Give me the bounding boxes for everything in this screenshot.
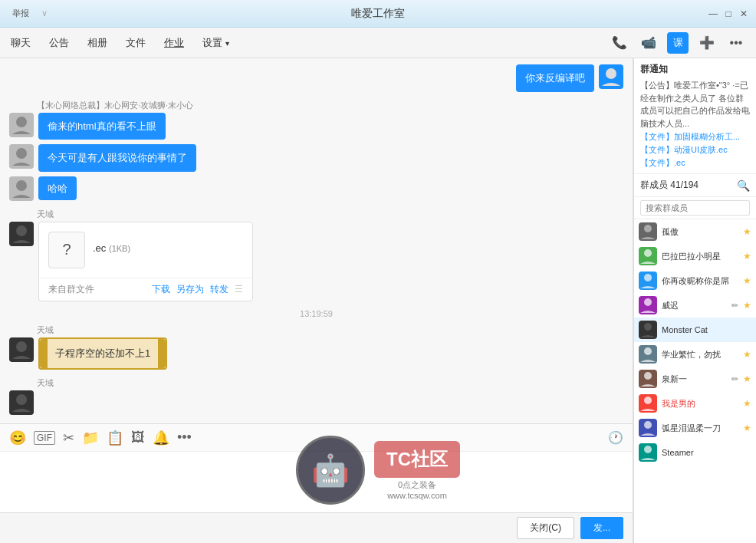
nav-chat[interactable]: 聊天 [9, 33, 32, 53]
member-item[interactable]: 孤傲 ★ [634, 219, 756, 244]
bell-icon[interactable]: 🔔 [153, 429, 169, 446]
maximize-button[interactable]: □ [722, 8, 735, 20]
scissors-icon[interactable]: ✂ [63, 429, 74, 446]
messages-container[interactable]: 你来反编译吧 【末心网络总裁】末心网安·攻城狮·末小心 偷来的html真的看不上… [0, 58, 633, 423]
member-item[interactable]: Monster Cat [634, 318, 756, 342]
scroll-right-deco [158, 339, 166, 368]
svg-point-10 [644, 298, 652, 306]
member-item[interactable]: 你再改昵称你是屌 ★ [634, 268, 756, 293]
add-icon[interactable]: ➕ [696, 32, 718, 54]
msg-row-you: 你来反编译吧 [9, 64, 623, 92]
group-file-link-1[interactable]: 【文件】加固模糊分析工... [640, 131, 750, 143]
members-list: 孤傲 ★ 巴拉巴拉小明星 ★ 你再改昵称你是屌 ★ [634, 219, 756, 543]
file-saveas-link[interactable]: 另存为 [176, 283, 204, 296]
msg-group-1: 你来反编译吧 [9, 64, 623, 92]
toolbar-icons: 📞 📹 课 ➕ ••• [609, 32, 747, 54]
avatar [9, 176, 34, 201]
send-button[interactable]: 发... [580, 517, 623, 539]
member-item[interactable]: 威迟 ✏ ★ [634, 293, 756, 318]
member-name: Steamer [662, 448, 751, 457]
gif-button[interactable]: GIF [34, 431, 55, 445]
video-icon[interactable]: 📹 [638, 32, 659, 54]
more-icon[interactable]: ••• [725, 32, 747, 54]
message-bubble: 今天可是有人跟我说你的事情了 [38, 144, 196, 172]
toolbar-nav: 聊天 公告 相册 文件 作业 设置 ▾ [9, 33, 231, 53]
bottom-buttons: 关闭(C) 发... [0, 512, 633, 543]
sender-label: 天域 [37, 324, 623, 336]
member-avatar [639, 345, 657, 364]
member-search-input[interactable] [640, 200, 750, 216]
member-avatar [639, 222, 657, 241]
avatar [9, 144, 34, 169]
svg-point-1 [16, 117, 27, 127]
file-actions: 来自群文件 下载 另存为 转发 ☰ [39, 278, 252, 301]
nav-settings[interactable]: 设置 ▾ [201, 33, 231, 53]
svg-point-16 [644, 446, 652, 453]
members-header: 群成员 41/194 🔍 [634, 174, 756, 197]
svg-point-6 [16, 394, 27, 405]
share-icon[interactable]: 课 [667, 32, 689, 54]
emoji-button[interactable]: 😊 [9, 429, 26, 446]
nav-album[interactable]: 相册 [86, 33, 109, 53]
member-star-icon: ★ [743, 423, 751, 433]
call-icon[interactable]: 📞 [609, 32, 630, 54]
member-name: 威迟 [662, 300, 727, 311]
group-file-link-2[interactable]: 【文件】动漫UI皮肤.ec [640, 144, 750, 156]
nav-notice[interactable]: 公告 [48, 33, 71, 53]
message-input[interactable] [0, 452, 633, 512]
svg-point-12 [644, 347, 652, 355]
file-action-links: 下载 另存为 转发 ☰ [152, 283, 243, 296]
clipboard-icon[interactable]: 📋 [107, 429, 123, 446]
member-item[interactable]: 弧星泪温柔一刀 ★ [634, 416, 756, 440]
msg-group-file: 天域 ? .ec (1KB) [9, 209, 623, 301]
svg-point-13 [644, 372, 652, 380]
group-notice: 群通知 【公告】唯爱工作室•"3° ·=已经在制作之类人员了 各位群成员可以把自… [634, 58, 756, 174]
avatar [599, 64, 623, 89]
report-button[interactable]: 举报 [6, 6, 35, 21]
member-item[interactable]: 学业繁忙，勿扰 ★ [634, 342, 756, 367]
svg-point-11 [644, 323, 652, 331]
image-icon[interactable]: 🖼 [131, 429, 145, 446]
svg-point-7 [644, 225, 652, 232]
member-name: 我是男的 [662, 398, 738, 410]
member-item-steamer[interactable]: Steamer [634, 440, 756, 465]
sender-label: 【末心网络总裁】末心网安·攻城狮·末小心 [37, 100, 623, 111]
svg-point-8 [644, 249, 652, 257]
sender-label: 天域 [37, 209, 623, 220]
member-star-icon: ★ [743, 300, 751, 311]
svg-point-14 [644, 397, 652, 404]
folder-icon[interactable]: 📁 [82, 429, 99, 446]
member-search-box [634, 197, 756, 219]
time-button[interactable]: 🕐 [608, 430, 623, 445]
minimize-button[interactable]: — [707, 8, 719, 20]
nav-file[interactable]: 文件 [124, 33, 147, 53]
more-toolbar-icon[interactable]: ••• [177, 429, 192, 446]
file-forward-link[interactable]: 转发 [210, 283, 228, 296]
file-more-icon[interactable]: ☰ [235, 284, 243, 295]
member-name: 弧星泪温柔一刀 [662, 423, 738, 434]
scroll-left-deco [40, 339, 48, 368]
member-item[interactable]: 泉新一 ✏ ★ [634, 367, 756, 391]
msg-row-partial [9, 390, 623, 415]
avatar [9, 222, 34, 246]
group-file-link-3[interactable]: 【文件】.ec [640, 157, 750, 169]
member-avatar [639, 296, 657, 314]
close-button[interactable]: ✕ [738, 8, 750, 20]
member-avatar [639, 370, 657, 388]
scroll-bubble: 子程序空的还加不上1 [38, 337, 167, 370]
member-search-icon[interactable]: 🔍 [737, 179, 750, 192]
member-name: 巴拉巴拉小明星 [662, 251, 738, 262]
nav-homework[interactable]: 作业 [163, 33, 186, 53]
members-title: 群成员 41/194 [640, 179, 698, 192]
file-source: 来自群文件 [48, 283, 94, 296]
member-name: 学业繁忙，勿扰 [662, 349, 738, 360]
svg-point-9 [644, 274, 652, 281]
close-chat-button[interactable]: 关闭(C) [517, 517, 574, 539]
titlebar-controls: — □ ✕ [707, 8, 750, 20]
member-item[interactable]: 我是男的 ★ [634, 391, 756, 416]
svg-point-5 [16, 341, 27, 352]
titlebar-left: 举报 ∨ [6, 6, 48, 21]
member-item[interactable]: 巴拉巴拉小明星 ★ [634, 244, 756, 268]
member-avatar [639, 443, 657, 462]
file-download-link[interactable]: 下载 [152, 283, 170, 296]
